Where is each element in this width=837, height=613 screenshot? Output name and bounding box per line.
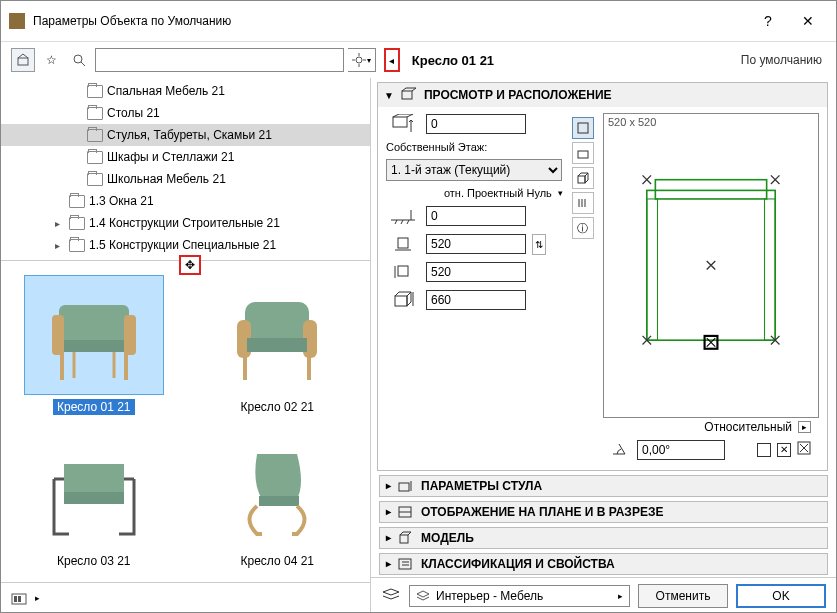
chair-params-icon (397, 479, 415, 493)
thumbnail[interactable]: Кресло 03 21 (7, 429, 181, 577)
angle-input[interactable] (637, 440, 725, 460)
svg-rect-38 (398, 238, 408, 248)
section-chair-params[interactable]: ▸ ПАРАМЕТРЫ СТУЛА (379, 475, 828, 497)
svg-line-36 (407, 220, 409, 224)
svg-rect-28 (14, 596, 17, 602)
svg-rect-10 (124, 315, 136, 355)
angle-icon (611, 440, 631, 459)
dim-x-input[interactable] (426, 234, 526, 254)
gear-button[interactable]: ▾ (348, 48, 376, 72)
close-button[interactable]: ✕ (788, 7, 828, 35)
tree-item[interactable]: ▸1.4 Конструкции Строительные 21 (1, 212, 370, 234)
ok-button[interactable]: OK (736, 584, 826, 608)
search-input[interactable] (95, 48, 344, 72)
rel-z-input[interactable] (426, 206, 526, 226)
default-label: По умолчанию (741, 53, 822, 67)
dim-y-icon (386, 261, 420, 283)
svg-rect-31 (393, 117, 407, 127)
svg-rect-26 (259, 496, 299, 506)
svg-line-35 (401, 220, 403, 224)
view-section-icon[interactable] (572, 192, 594, 214)
thumbnail-label: Кресло 01 21 (53, 399, 135, 415)
thumbnail-label: Кресло 03 21 (53, 553, 135, 569)
thumbnail[interactable]: Кресло 02 21 (191, 275, 365, 423)
tree-item[interactable]: ▸1.5 Конструкции Специальные 21 (1, 234, 370, 256)
svg-rect-42 (395, 296, 407, 306)
tree-item[interactable]: Спальная Мебель 21 (1, 80, 370, 102)
mirror-x-icon[interactable]: ✕ (777, 443, 791, 457)
object-name: Кресло 01 21 (412, 53, 494, 68)
tree-item[interactable]: Стулья, Табуреты, Скамьи 21 (1, 124, 370, 146)
floor-label: Собственный Этаж: (386, 141, 563, 153)
dim-y-input[interactable] (426, 262, 526, 282)
link-dims-icon[interactable]: ⇅ (532, 234, 546, 255)
app-icon (9, 13, 25, 29)
library-tree[interactable]: Спальная Мебель 21 Столы 21 Стулья, Табу… (1, 78, 370, 261)
section-classification[interactable]: ▸ КЛАССИФИКАЦИЯ И СВОЙСТВА (379, 553, 828, 575)
dim-z-icon (386, 289, 420, 311)
help-button[interactable]: ? (748, 7, 788, 35)
library-manager-icon[interactable] (7, 586, 31, 610)
mirror-y-icon[interactable] (797, 441, 811, 458)
thumbnail[interactable]: Кресло 04 21 (191, 429, 365, 577)
svg-line-2 (81, 62, 85, 66)
svg-rect-51 (655, 180, 766, 199)
tree-item[interactable]: Шкафы и Стеллажи 21 (1, 146, 370, 168)
thumbnail-label: Кресло 04 21 (236, 553, 318, 569)
svg-rect-40 (398, 266, 408, 276)
svg-rect-62 (400, 535, 408, 543)
svg-rect-9 (52, 315, 64, 355)
thumbnail-grid: Кресло 01 21 Кресло 02 21 Кресло 03 21 К… (1, 269, 370, 582)
object-type-icon[interactable] (11, 48, 35, 72)
splitter[interactable]: ✥ (1, 261, 370, 269)
view-3d-icon[interactable] (572, 167, 594, 189)
svg-rect-23 (64, 492, 124, 504)
svg-rect-29 (18, 596, 21, 602)
svg-rect-63 (399, 559, 411, 569)
thumbnail[interactable]: Кресло 01 21 (7, 275, 181, 423)
svg-point-1 (74, 55, 82, 63)
preview-dims: 520 x 520 (608, 116, 656, 128)
favorite-icon[interactable]: ☆ (39, 48, 63, 72)
elevation-icon (386, 113, 420, 135)
rel-zero-label: отн. Проектный Нуль (444, 187, 552, 199)
preview-viewport[interactable]: 520 x 520 (603, 113, 819, 418)
relative-toggle-icon[interactable]: ▸ (798, 421, 811, 433)
svg-rect-45 (578, 151, 588, 158)
move-handle-icon[interactable]: ✥ (179, 255, 201, 275)
layer-icon (381, 587, 401, 604)
layer-select[interactable]: Интерьер - Мебель ▸ (409, 585, 630, 607)
tree-item[interactable]: 1.3 Окна 21 (1, 190, 370, 212)
search-icon[interactable] (67, 48, 91, 72)
svg-line-34 (395, 220, 397, 224)
svg-rect-44 (578, 123, 588, 133)
tree-item[interactable]: Столы 21 (1, 102, 370, 124)
mirror-1-checkbox[interactable] (757, 443, 771, 457)
section-preview-header[interactable]: ▼ ПРОСМОТР И РАСПОЛОЖЕНИЕ (378, 83, 827, 107)
svg-rect-22 (64, 464, 124, 494)
svg-rect-53 (765, 199, 776, 340)
tree-item[interactable]: Школьная Мебель 21 (1, 168, 370, 190)
svg-rect-11 (64, 340, 124, 352)
plan-icon (397, 505, 415, 519)
view-front-icon[interactable] (572, 142, 594, 164)
svg-point-3 (356, 57, 362, 63)
floor-select[interactable]: 1. 1-й этаж (Текущий) (386, 159, 562, 181)
chevron-down-icon[interactable]: ▾ (558, 188, 563, 198)
svg-rect-58 (399, 483, 409, 491)
section-model[interactable]: ▸ МОДЕЛЬ (379, 527, 828, 549)
cancel-button[interactable]: Отменить (638, 584, 728, 608)
svg-rect-46 (578, 176, 585, 183)
svg-rect-30 (402, 91, 412, 99)
info-icon[interactable]: ⓘ (572, 217, 594, 239)
collapse-panel-button[interactable]: ◂ (384, 48, 400, 72)
dim-z-input[interactable] (426, 290, 526, 310)
model-icon (397, 531, 415, 545)
elevation-input[interactable] (426, 114, 526, 134)
svg-rect-19 (247, 338, 307, 352)
thumbnail-label: Кресло 02 21 (236, 399, 318, 415)
section-plan-section[interactable]: ▸ ОТОБРАЖЕНИЕ НА ПЛАНЕ И В РАЗРЕЗЕ (379, 501, 828, 523)
view-top-icon[interactable] (572, 117, 594, 139)
classification-icon (397, 557, 415, 571)
ground-level-icon (386, 205, 420, 227)
